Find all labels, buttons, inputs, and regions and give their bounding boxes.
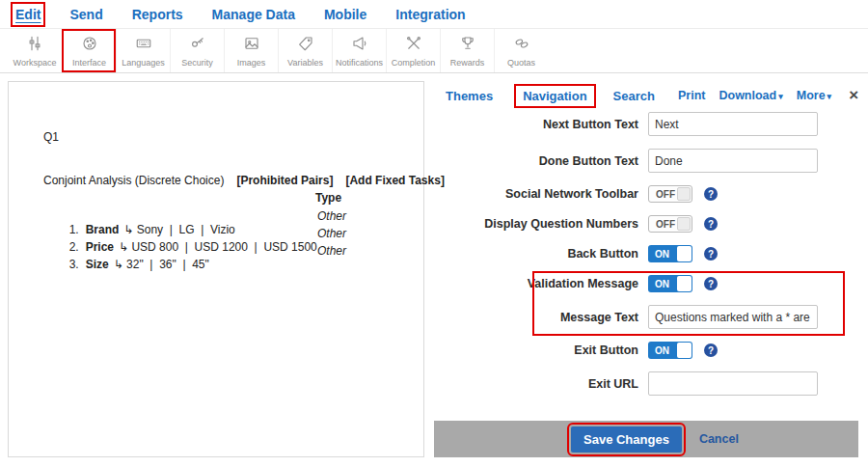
prohibited-pairs-link[interactable]: [Prohibited Pairs]: [236, 174, 333, 187]
validation-message-group: Validation Message ON ? Message Text: [434, 275, 858, 329]
toolbar-item-notifications[interactable]: Notifications: [332, 29, 386, 72]
field-label: Exit URL: [434, 377, 648, 391]
toolbar-item-workspace[interactable]: Workspace: [8, 29, 62, 72]
toolbar-item-label: Notifications: [336, 58, 383, 68]
survey-preview-panel: Q1 Conjoint Analysis (Discrete Choice) […: [8, 81, 424, 457]
field-label: Display Question Numbers: [434, 217, 648, 231]
field-label: Back Button: [434, 247, 648, 261]
form-row-back-button: Back Button ON ?: [434, 245, 858, 262]
next-button-text-input[interactable]: [648, 112, 818, 136]
done-button-text-input[interactable]: [648, 149, 818, 173]
toolbar-item-label: Languages: [122, 58, 165, 68]
field-label: Next Button Text: [434, 118, 648, 131]
field-label: Exit Button: [434, 343, 648, 357]
settings-panel-header: Themes Navigation Search Print Download▾…: [434, 81, 858, 110]
toolbar-item-label: Quotas: [507, 58, 535, 68]
help-icon[interactable]: ?: [704, 277, 718, 290]
field-label: Validation Message: [434, 277, 648, 290]
tools-icon: [403, 35, 424, 56]
message-text-input[interactable]: [648, 305, 818, 329]
form-row-display-question-numbers: Display Question Numbers OFF ?: [434, 215, 858, 233]
toolbar-item-label: Interface: [72, 58, 106, 68]
panel-footer: Save Changes Cancel: [434, 421, 858, 457]
tag-icon: [295, 35, 316, 56]
back-button-toggle[interactable]: ON: [648, 245, 692, 262]
exit-url-input[interactable]: [648, 371, 818, 396]
field-label: Done Button Text: [434, 154, 648, 168]
attribute-name[interactable]: Size: [86, 258, 109, 271]
more-link[interactable]: More▾: [797, 89, 831, 102]
toolbar-item-security[interactable]: Security: [170, 29, 224, 72]
help-icon[interactable]: ?: [704, 187, 718, 201]
form-row-next-button-text: Next Button Text: [434, 112, 858, 136]
nav-item-integration[interactable]: Integration: [395, 7, 465, 22]
keyboard-icon: [133, 35, 154, 56]
field-label: Social Network Toolbar: [434, 187, 648, 201]
attribute-type: Other: [317, 244, 346, 258]
edit-toolbar: Workspace Interface Languages Security I…: [0, 29, 868, 73]
toolbar-item-completion[interactable]: Completion: [386, 29, 440, 72]
form-row-validation-message: Validation Message ON ?: [434, 275, 858, 292]
toolbar-item-label: Workspace: [14, 58, 57, 68]
print-link[interactable]: Print: [678, 89, 705, 102]
tab-search[interactable]: Search: [613, 89, 655, 103]
tab-themes[interactable]: Themes: [446, 89, 493, 103]
close-icon[interactable]: ×: [849, 86, 858, 105]
nav-item-reports[interactable]: Reports: [132, 7, 183, 22]
trophy-icon: [457, 35, 478, 56]
nav-item-manage-data[interactable]: Manage Data: [212, 7, 295, 22]
toolbar-item-label: Rewards: [450, 58, 485, 68]
key-icon: [187, 35, 208, 56]
save-changes-button[interactable]: Save Changes: [571, 426, 682, 453]
form-row-message-text: Message Text: [434, 305, 858, 329]
field-label: Message Text: [434, 311, 648, 324]
toolbar-item-label: Completion: [392, 58, 436, 68]
panel-actions: Print Download▾ More▾ ×: [678, 86, 858, 105]
add-fixed-tasks-link[interactable]: [Add Fixed Tasks]: [345, 174, 444, 187]
megaphone-icon: [349, 35, 370, 56]
validation-message-toggle[interactable]: ON: [648, 275, 692, 292]
toolbar-item-quotas[interactable]: Quotas: [494, 29, 548, 72]
form-row-exit-url: Exit URL: [434, 371, 858, 396]
main-content: Q1 Conjoint Analysis (Discrete Choice) […: [0, 73, 868, 467]
download-link[interactable]: Download▾: [719, 89, 782, 102]
top-nav: Edit Send Reports Manage Data Mobile Int…: [0, 0, 868, 29]
nav-item-edit[interactable]: Edit: [15, 7, 41, 22]
toolbar-item-languages[interactable]: Languages: [116, 29, 170, 72]
help-icon[interactable]: ?: [704, 343, 718, 357]
exit-button-toggle[interactable]: ON: [648, 342, 692, 359]
attribute-type: Other: [317, 227, 346, 240]
settings-panel: Themes Navigation Search Print Download▾…: [434, 81, 858, 467]
toolbar-item-label: Variables: [287, 58, 323, 68]
attribute-levels: ↳ 32" | 36" | 45": [114, 258, 209, 271]
form-row-done-button-text: Done Button Text: [434, 149, 858, 173]
tab-navigation[interactable]: Navigation: [516, 86, 593, 106]
attribute-type: Other: [317, 209, 346, 223]
toolbar-item-images[interactable]: Images: [224, 29, 278, 72]
app-window: Edit Send Reports Manage Data Mobile Int…: [0, 0, 868, 467]
toolbar-item-variables[interactable]: Variables: [278, 29, 332, 72]
toolbar-item-rewards[interactable]: Rewards: [440, 29, 494, 72]
form-row-exit-button: Exit Button ON ?: [434, 342, 858, 359]
toolbar-item-label: Security: [181, 58, 213, 68]
question-title-row: Conjoint Analysis (Discrete Choice) [Pro…: [43, 174, 445, 187]
nav-item-send[interactable]: Send: [69, 7, 102, 22]
help-icon[interactable]: ?: [704, 247, 718, 261]
display-question-numbers-toggle[interactable]: OFF: [648, 215, 692, 233]
cancel-link[interactable]: Cancel: [699, 432, 739, 446]
sliders-icon: [24, 35, 45, 56]
form-row-social-network-toolbar: Social Network Toolbar OFF ?: [434, 185, 858, 203]
toolbar-item-label: Images: [237, 58, 266, 68]
attribute-row: 3.Size↳ 32" | 36" | 45" Other: [43, 244, 421, 298]
type-column-header: Type: [315, 191, 341, 205]
question-title: Conjoint Analysis (Discrete Choice): [43, 174, 224, 187]
image-icon: [241, 35, 262, 56]
chain-icon: [511, 35, 532, 56]
social-network-toolbar-toggle[interactable]: OFF: [648, 185, 692, 203]
palette-icon: [79, 35, 100, 56]
toolbar-item-interface[interactable]: Interface: [62, 29, 116, 72]
nav-item-mobile[interactable]: Mobile: [324, 7, 366, 22]
navigation-settings-form: Next Button Text Done Button Text Social…: [434, 110, 858, 408]
chevron-down-icon: ▾: [827, 92, 832, 101]
help-icon[interactable]: ?: [704, 217, 718, 231]
